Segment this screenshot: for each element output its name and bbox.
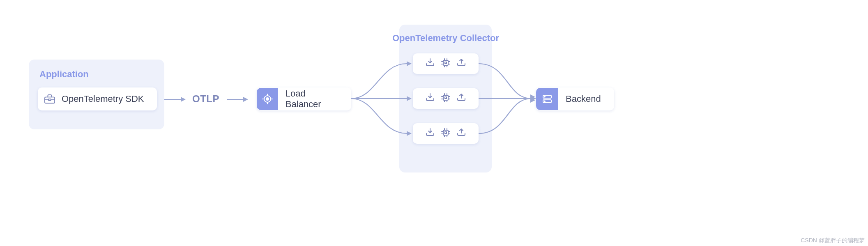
svg-marker-10 [530, 98, 535, 103]
protocol-label: OTLP [192, 93, 219, 105]
collector-panel-title: OpenTelemetry Collector [388, 33, 503, 44]
export-icon [456, 93, 466, 104]
export-icon [456, 58, 466, 69]
toolbox-icon [38, 94, 62, 104]
collector-pipeline-2 [413, 88, 479, 109]
svg-marker-8 [531, 96, 536, 101]
watermark: CSDN @蓝胖子的编程梦 [801, 237, 865, 244]
svg-marker-1 [181, 97, 186, 102]
svg-marker-9 [530, 94, 535, 99]
application-panel-title: Application [39, 69, 89, 80]
backend-card: Backend [536, 87, 614, 110]
sdk-card-label: OpenTelemetry SDK [62, 94, 154, 104]
sdk-card: OpenTelemetry SDK [38, 87, 157, 110]
load-balancer-label: Load Balancer [278, 88, 351, 110]
diagram-stage: Application OpenTelemetry SDK OTLP [0, 0, 868, 246]
load-balancer-card: Load Balancer [257, 87, 351, 110]
process-icon [441, 93, 451, 104]
server-icon [536, 88, 558, 110]
collector-pipeline-3 [413, 123, 479, 144]
backend-label: Backend [558, 94, 611, 104]
svg-point-14 [544, 101, 545, 102]
arrow-sdk-to-otlp [164, 95, 186, 103]
receive-icon [425, 128, 435, 139]
receive-icon [425, 58, 435, 69]
receive-icon [425, 93, 435, 104]
export-icon [456, 128, 466, 139]
process-icon [441, 128, 451, 139]
svg-point-13 [544, 97, 545, 97]
arrow-otlp-to-lb [227, 95, 248, 103]
collector-pipeline-1 [413, 53, 479, 74]
svg-marker-2 [243, 97, 248, 102]
svg-point-4 [266, 98, 269, 100]
target-icon [257, 88, 278, 110]
process-icon [441, 58, 451, 69]
